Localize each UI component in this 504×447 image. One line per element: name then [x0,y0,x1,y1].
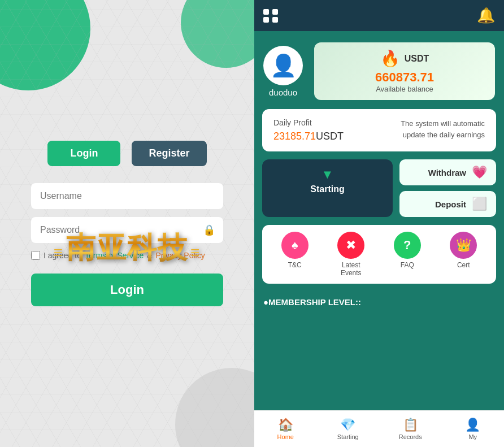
cert-icon-circle: 👑 [450,232,477,259]
action-row: ▼ Starting Withdraw 💗 Deposit ⬜ [262,159,496,217]
faq-label: FAQ [401,261,414,269]
password-wrapper: 🔒 [31,217,223,243]
profit-card: Daily Profit 23185.71USDT The system wil… [262,109,496,151]
main-login-button[interactable]: Login [31,274,223,306]
tnc-icon: ♠ [292,238,298,253]
events-label: LatestEvents [341,261,362,277]
privacy-policy-link[interactable]: Privacy Policy [156,251,205,260]
menu-item-cert[interactable]: 👑 Cert [450,232,477,277]
and-text: & [147,251,152,260]
terms-row: I agreed to Terms of Service & Privacy P… [31,251,205,260]
withdraw-label: Withdraw [428,168,466,177]
faq-icon-circle: ? [394,232,421,259]
home-icon: 🏠 [278,418,293,432]
user-avatar: 👤 [263,46,303,85]
lock-icon: 🔒 [203,224,215,236]
starting-nav-icon: 💎 [340,418,355,432]
deposit-icon: ⬜ [472,197,487,211]
balance-sublabel: Available balance [325,85,484,93]
nav-home[interactable]: 🏠 Home [254,411,317,447]
withdraw-button[interactable]: Withdraw 💗 [399,159,496,185]
fire-icon: 🔥 [380,49,400,68]
nav-records[interactable]: 📋 Records [379,411,442,447]
cert-icon: 👑 [456,238,471,253]
profit-amount: 23185.71USDT [273,131,344,142]
tnc-label: T&C [288,261,302,269]
top-btn-row: Login Register [47,141,206,166]
top-register-button[interactable]: Register [132,141,206,166]
action-col: Withdraw 💗 Deposit ⬜ [399,159,496,217]
usdt-label: USDT [405,54,429,64]
starting-icon: ▼ [321,167,334,182]
records-label: Records [399,433,422,440]
records-icon: 📋 [403,418,418,432]
icon-menu: ♠ T&C ✖ LatestEvents ? FAQ 👑 Cert [262,225,496,284]
nav-my[interactable]: 👤 My [442,411,505,447]
terms-of-service-link[interactable]: Terms of Service [85,251,144,260]
menu-item-faq[interactable]: ? FAQ [394,232,421,277]
my-icon: 👤 [465,418,480,432]
deposit-button[interactable]: Deposit ⬜ [399,191,496,217]
balance-amount: 660873.71 [325,70,484,85]
terms-checkbox[interactable] [31,251,40,260]
my-label: My [468,433,477,440]
right-panel: 🔔 👤 duoduo 🔥 USDT 660873.71 Available ba… [254,0,504,447]
left-panel: Login Register ≡南亚科技≡ 🔒 I agreed to Term… [0,0,254,447]
username-input[interactable] [31,183,223,209]
user-balance-section: 👤 duoduo 🔥 USDT 660873.71 Available bala… [254,31,504,109]
app-header: 🔔 [254,0,504,31]
starting-label: Starting [310,184,344,194]
withdraw-icon: 💗 [472,165,487,180]
terms-prefix: I agreed to [44,251,81,260]
deposit-label: Deposit [435,199,466,209]
username-wrapper [31,183,223,209]
avatar-icon: 👤 [270,53,297,78]
starting-button[interactable]: ▼ Starting [262,159,393,217]
home-label: Home [277,433,294,440]
password-input[interactable] [31,217,223,243]
balance-card: 🔥 USDT 660873.71 Available balance [314,42,495,100]
profit-desc: The system will automatic update the dai… [394,118,485,140]
menu-item-tnc[interactable]: ♠ T&C [281,232,309,277]
bottom-nav: 🏠 Home 💎 Starting 📋 Records 👤 My [254,410,504,447]
notification-bell-icon[interactable]: 🔔 [477,7,495,24]
nav-starting[interactable]: 💎 Starting [317,411,380,447]
starting-nav-label: Starting [337,433,359,440]
faq-icon: ? [403,238,411,253]
membership-bar: ●MEMBERSHIP LEVEL:: [254,292,504,313]
profit-label: Daily Profit [273,118,344,127]
events-icon-circle: ✖ [337,232,364,259]
username-label: duoduo [269,88,297,97]
top-login-button[interactable]: Login [47,141,120,166]
cert-label: Cert [457,261,470,269]
tnc-icon-circle: ♠ [281,232,309,259]
menu-item-events[interactable]: ✖ LatestEvents [337,232,364,277]
grid-icon[interactable] [263,9,279,23]
login-form: Login Register ≡南亚科技≡ 🔒 I agreed to Term… [31,141,223,306]
events-icon: ✖ [346,238,356,253]
